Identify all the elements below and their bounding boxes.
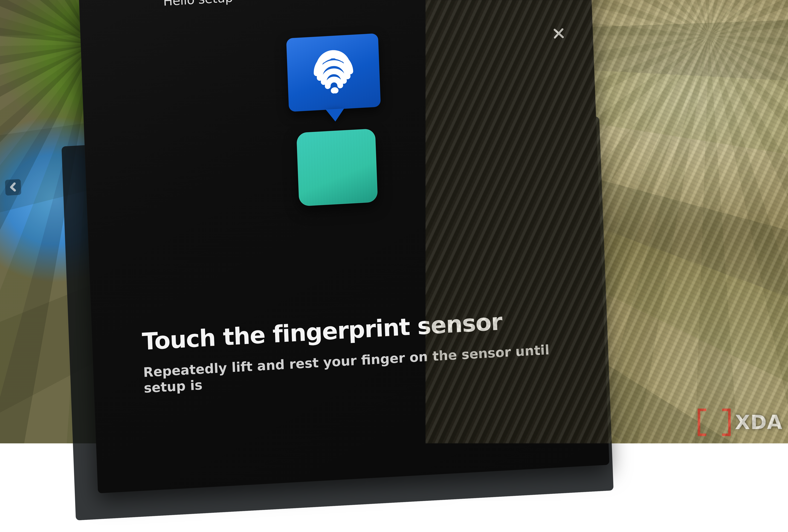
desktop-wallpaper: Hello setup <box>0 0 788 443</box>
xda-bracket-icon <box>697 409 731 436</box>
fingerprint-illustration <box>286 33 385 207</box>
instruction-text: Touch the fingerprint sensor Repeatedly … <box>142 304 590 396</box>
instruction-subheading-lead: Repeatedly lift <box>143 359 253 380</box>
fingerprint-icon <box>303 42 363 103</box>
dialog-window-title: Hello setup <box>163 0 233 9</box>
fingerprint-speech-bubble <box>286 33 381 112</box>
close-icon <box>553 27 565 40</box>
xda-watermark: XDA <box>697 409 783 436</box>
back-button[interactable] <box>5 179 21 196</box>
chevron-left-icon <box>8 182 18 192</box>
xda-brand-text: XDA <box>735 411 783 434</box>
speech-bubble-tail <box>326 109 345 122</box>
close-button[interactable] <box>548 22 570 45</box>
windows-hello-setup-dialog: Hello setup <box>79 0 609 493</box>
fingerprint-sensor-pad <box>296 129 378 206</box>
